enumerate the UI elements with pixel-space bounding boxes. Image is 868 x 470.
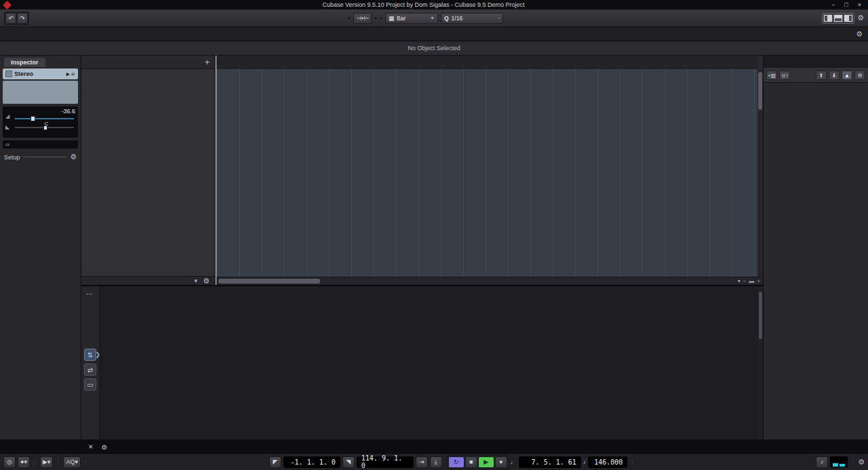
cubase-app-window: Cubase Version 9.5.10 Project by Dom Sig… — [0, 0, 868, 470]
grid-icon: ▦ — [389, 15, 394, 22]
status-bar: ⚙ — [0, 27, 868, 41]
lower-zone-tabs: ✕ ⚙ — [0, 439, 868, 453]
tool-buttons — [374, 17, 377, 20]
inspector-panel: Inspector Stereo ▸ ℮ -36.6 ◢ ◣ C ⇨ Setup — [0, 56, 81, 439]
playhead[interactable] — [216, 56, 216, 285]
setup-label: Setup — [4, 154, 20, 161]
toolbar-setup-gear-icon[interactable]: ⚙ — [857, 14, 864, 22]
mixer-faders-view-icon[interactable]: ⇅ — [84, 349, 96, 361]
transport-gear-icon[interactable]: ⚙ — [858, 458, 865, 467]
redo-button[interactable]: ↷ — [17, 13, 28, 24]
output-activity-button[interactable]: ♪ — [816, 456, 828, 468]
zone-layout-buttons — [822, 13, 854, 24]
arrange-area[interactable]: ▾ − ▬ + — [216, 56, 763, 285]
volume-slider-handle[interactable] — [31, 116, 35, 121]
inspector-track-header[interactable]: Stereo ▸ ℮ — [3, 68, 78, 79]
volume-slider[interactable] — [15, 118, 74, 119]
ruler-options-button[interactable] — [757, 56, 763, 69]
add-track-button[interactable]: + — [205, 58, 210, 67]
zoom-in-icon[interactable]: + — [757, 278, 760, 284]
play-button[interactable]: ▶ — [478, 456, 494, 468]
info-line-text: No Object Selected — [408, 45, 460, 52]
find-instruments-icon[interactable]: ⊙˥ — [779, 71, 790, 80]
lower-zone-gear-icon[interactable]: ⚙ — [102, 442, 108, 453]
zoom-controls: ▾ − ▬ + — [715, 277, 763, 285]
automation-buttons — [348, 17, 351, 20]
undo-button[interactable]: ↶ — [5, 13, 16, 24]
collapse-all-icon[interactable]: ▲ — [842, 71, 852, 80]
lower-zone-toggle[interactable] — [833, 14, 843, 22]
mixer-meters-view-icon[interactable]: ▭ — [84, 378, 96, 391]
goto-right-locator-button[interactable]: ◥ — [342, 456, 355, 468]
tempo-display[interactable]: 146.000 — [588, 456, 627, 468]
edit-channel-icon[interactable]: ℮ — [72, 71, 75, 77]
arrange-vertical-scrollbar[interactable] — [757, 69, 763, 277]
play-mode-button[interactable]: ▶▾ — [40, 456, 53, 468]
position-display[interactable]: 7. 5. 1. 61 — [519, 456, 581, 468]
inspector-track-name: Stereo — [14, 71, 33, 77]
cubase-logo-icon — [3, 1, 12, 9]
zoom-slider[interactable]: ▬ — [749, 278, 754, 284]
auto-punch-icon[interactable]: ⊣•⊢ — [353, 13, 372, 24]
minimize-button[interactable]: − — [831, 0, 835, 9]
title-bar: Cubase Version 9.5.10 Project by Dom Sig… — [0, 0, 868, 9]
snap-buttons — [380, 17, 382, 20]
close-lower-zone-icon[interactable]: ✕ — [83, 442, 99, 453]
track-list-footer: ▾ ⚙ — [81, 276, 215, 285]
volume-up-icon[interactable]: ◢ — [5, 113, 9, 119]
arrange-horizontal-scrollbar[interactable] — [216, 277, 715, 285]
chevron-down-icon: ◔ — [497, 16, 500, 20]
right-zone-toggle[interactable] — [844, 14, 853, 22]
zoom-out-icon[interactable]: − — [743, 278, 747, 284]
cycle-button[interactable]: ↻ — [448, 456, 465, 468]
track-list-gear-icon[interactable]: ⚙ — [203, 277, 210, 286]
chevron-down-icon: ▼ — [430, 16, 435, 20]
grid-type-select[interactable]: ▦Bar▼ — [385, 13, 438, 24]
track-list: + ▾ ⚙ — [81, 56, 216, 285]
audio-quantize-button[interactable]: AQ▾ — [63, 456, 81, 468]
close-button[interactable]: × — [858, 0, 861, 9]
add-track-instrument-icon[interactable]: +▥ — [766, 71, 777, 80]
record-mode-button[interactable]: ●▾ — [18, 456, 30, 468]
time-format-icon[interactable]: ♩ — [511, 458, 517, 465]
status-setup-gear-icon[interactable]: ⚙ — [856, 30, 863, 39]
project-toolbar: ↶ ↷ ⊣•⊢ ▦Bar▼ Q1/16◔ ⚙ — [0, 9, 868, 27]
mix-console: ⋯ ⇅ ⇄ ▭ ❯ — [81, 285, 763, 439]
restore-button[interactable]: □ — [844, 0, 848, 9]
left-locator-display[interactable]: -1. 1. 1. 0 — [283, 456, 340, 468]
mixer-routing-view-icon[interactable]: ⇄ — [84, 364, 96, 376]
inspector-setup-gear-icon[interactable]: ⚙ — [70, 153, 77, 161]
pan-slider-handle[interactable] — [43, 125, 47, 130]
expand-icon[interactable]: ▸ — [66, 71, 70, 77]
record-button[interactable]: ● — [495, 456, 507, 468]
output-routing-field[interactable]: ⇨ — [3, 140, 78, 149]
tempo-icon[interactable]: ♪̇ — [583, 458, 587, 465]
mixer-expand-icon[interactable]: ❯ — [95, 351, 100, 358]
move-up-icon[interactable]: ⬆ — [816, 71, 827, 80]
zoom-preset-icon[interactable]: ▾ — [738, 278, 741, 284]
window-title: Cubase Version 9.5.10 Project by Dom Sig… — [17, 1, 830, 8]
project-zone: + ▾ ⚙ ▾ − — [81, 56, 763, 439]
mixer-menu-icon[interactable]: ⋯ — [86, 290, 94, 298]
quantize-select[interactable]: Q1/16◔ — [441, 13, 503, 24]
move-down-icon[interactable]: ⬇ — [829, 71, 840, 80]
right-locator-display[interactable]: 114. 9. 1. 0 — [357, 456, 414, 468]
vsti-settings-gear-icon[interactable]: ⚙ — [854, 71, 865, 80]
inspector-automation-panel — [3, 81, 78, 104]
left-zone-toggle[interactable] — [823, 14, 833, 22]
inspector-volume-value: -36.6 — [61, 108, 75, 115]
timeline-ruler[interactable] — [216, 56, 757, 69]
punch-in-button[interactable]: ⇥ — [416, 456, 428, 468]
chevron-down-icon[interactable]: ▾ — [195, 277, 198, 284]
pan-slider[interactable]: C — [15, 127, 74, 128]
inspector-tab[interactable]: Inspector — [4, 58, 45, 67]
mixer-left-toolbar: ⋯ ⇅ ⇄ ▭ ❯ — [81, 286, 100, 439]
vsti-toolbar: +▥ ⊙˥ ⬆ ⬇ ▲ ⚙ — [764, 68, 868, 83]
inspector-fader-display: -36.6 ◢ ◣ C — [3, 106, 78, 138]
stop-button[interactable]: ■ — [465, 456, 477, 468]
metronome-button[interactable]: ◎ — [3, 456, 16, 468]
goto-left-locator-button[interactable]: ◤ — [269, 456, 281, 468]
volume-down-icon[interactable]: ◣ — [5, 124, 9, 130]
mixer-scrollbar[interactable] — [758, 286, 763, 439]
punch-out-button[interactable]: ⤓ — [430, 456, 442, 468]
